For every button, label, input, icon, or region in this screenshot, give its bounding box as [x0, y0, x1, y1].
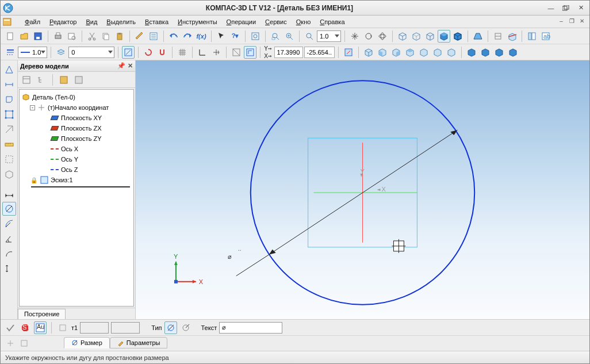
- menu-service[interactable]: Сервис: [260, 17, 292, 26]
- select-tool[interactable]: [2, 152, 16, 166]
- layers-button[interactable]: [55, 46, 67, 59]
- style-combo[interactable]: 1.0: [18, 47, 47, 58]
- zoom-combo[interactable]: 1.0: [317, 30, 341, 42]
- layer-combo[interactable]: 0: [68, 47, 114, 58]
- paste-button[interactable]: [113, 30, 126, 43]
- simplify-button[interactable]: [492, 30, 504, 43]
- tree-view2-button[interactable]: [35, 74, 48, 86]
- snap-toggle-button[interactable]: [156, 46, 168, 59]
- tree-origin[interactable]: - (т)Начало координат: [21, 102, 132, 113]
- coord-y-field[interactable]: -25.654..: [304, 47, 335, 58]
- fx-button[interactable]: f(x): [195, 30, 208, 43]
- orient-xyz-button[interactable]: [362, 46, 375, 59]
- view-nohidden-button[interactable]: [424, 30, 436, 43]
- dim-type-1-button[interactable]: [164, 321, 177, 334]
- т1-y-input[interactable]: [111, 322, 140, 334]
- orient-iso4-button[interactable]: [507, 46, 519, 59]
- tab-dimension[interactable]: Размер: [64, 337, 110, 348]
- diameter-dim-tool[interactable]: [2, 202, 16, 216]
- auto-create-button[interactable]: Auto: [34, 321, 47, 334]
- tree-root[interactable]: Деталь (Тел-0): [21, 92, 132, 102]
- help-button[interactable]: ?▾: [229, 30, 242, 43]
- orient-right-button[interactable]: [445, 46, 458, 59]
- menu-tools[interactable]: Инструменты: [173, 17, 222, 26]
- copy-button[interactable]: [99, 30, 112, 43]
- coord-x-field[interactable]: 17.3990: [274, 47, 303, 58]
- tree-refresh-button[interactable]: [72, 74, 85, 86]
- save-button[interactable]: [32, 30, 44, 43]
- tree-view1-button[interactable]: [20, 74, 33, 86]
- dimension-tool[interactable]: [2, 78, 16, 91]
- app-menu-icon[interactable]: [3, 17, 14, 26]
- ortho-mode-button[interactable]: [196, 46, 209, 59]
- view-hidden-button[interactable]: [410, 30, 423, 43]
- menu-operations[interactable]: Операции: [222, 17, 260, 26]
- zoom-window-button[interactable]: [269, 30, 282, 43]
- perspective-button[interactable]: [472, 30, 484, 43]
- zoom-in-button[interactable]: [283, 30, 296, 43]
- tab-parameters[interactable]: Параметры: [110, 337, 168, 348]
- menu-help[interactable]: Справка: [315, 17, 349, 26]
- point1-lock-button[interactable]: [56, 321, 69, 334]
- view-shaded-button[interactable]: [438, 30, 450, 43]
- brush-button[interactable]: [133, 30, 146, 43]
- orient-left-button[interactable]: [431, 46, 444, 59]
- orient-iso2-button[interactable]: [479, 46, 492, 59]
- preview-button[interactable]: [66, 30, 78, 43]
- panel-tab-build[interactable]: Построение: [18, 309, 66, 319]
- apply-button[interactable]: [4, 321, 17, 334]
- redo-button[interactable]: [181, 30, 194, 43]
- panel-close-button[interactable]: ✕: [128, 62, 133, 70]
- pointer-button[interactable]: [215, 30, 228, 43]
- grid-button[interactable]: [176, 46, 189, 59]
- orient-top-button[interactable]: [404, 46, 416, 59]
- close-button[interactable]: ✕: [574, 3, 587, 13]
- orient-front-button[interactable]: [376, 46, 389, 59]
- view-shaded-edges-button[interactable]: [451, 30, 464, 43]
- tree-toggle-button[interactable]: [526, 30, 538, 43]
- tree-save-button[interactable]: [58, 74, 70, 86]
- drawing-canvas[interactable]: X Y ⌀ .. X: [136, 60, 589, 319]
- menu-file[interactable]: Файл: [20, 17, 45, 26]
- spatial-tool[interactable]: [2, 167, 16, 181]
- snap-round-button[interactable]: [142, 46, 155, 59]
- minimize-button[interactable]: —: [545, 3, 557, 13]
- vars-button[interactable]: ab: [539, 30, 552, 43]
- mdi-minimize-button[interactable]: –: [557, 17, 565, 25]
- zoom-prev-button[interactable]: [303, 30, 316, 43]
- mdi-close-button[interactable]: ✕: [578, 17, 586, 25]
- open-button[interactable]: [18, 30, 30, 43]
- rotate-button[interactable]: [362, 30, 375, 43]
- orbit-button[interactable]: [376, 30, 389, 43]
- menu-insert[interactable]: Вставка: [140, 17, 173, 26]
- param-tool[interactable]: [2, 122, 16, 136]
- orient-bottom-button[interactable]: [417, 46, 430, 59]
- sketch-mode-button[interactable]: [122, 46, 135, 59]
- mdi-restore-button[interactable]: ❐: [568, 17, 576, 25]
- edit-tool[interactable]: [2, 108, 16, 121]
- pan-button[interactable]: [348, 30, 361, 43]
- tree-item-3[interactable]: Ось X: [21, 144, 132, 154]
- new-button[interactable]: [4, 30, 17, 43]
- notation-tool[interactable]: [2, 93, 16, 106]
- text-input[interactable]: [219, 322, 282, 334]
- tree-item-5[interactable]: Ось Z: [21, 164, 132, 175]
- height-dim-tool[interactable]: [2, 262, 16, 275]
- zoom-fit-button[interactable]: [249, 30, 262, 43]
- menu-select[interactable]: Выделить: [102, 17, 140, 26]
- panel-pin-button[interactable]: 📌: [117, 62, 125, 70]
- menu-view[interactable]: Вид: [81, 17, 102, 26]
- menu-window[interactable]: Окно: [292, 17, 316, 26]
- tree-sketch[interactable]: 🔒 Эскиз:1: [21, 175, 132, 185]
- orient-back-button[interactable]: [390, 46, 403, 59]
- linestyle-button[interactable]: [4, 46, 17, 59]
- model-tree[interactable]: Деталь (Тел-0) - (т)Начало координат Пло…: [19, 89, 134, 306]
- phantom-button[interactable]: [4, 337, 17, 350]
- angular-dim-tool[interactable]: [2, 232, 16, 246]
- orient-iso3-button[interactable]: [493, 46, 505, 59]
- radial-dim-tool[interactable]: [2, 217, 16, 231]
- tree-item-0[interactable]: Плоскость XY: [21, 113, 132, 123]
- print-button[interactable]: [52, 30, 64, 43]
- remember-button[interactable]: [18, 337, 30, 350]
- ortho-draw-button[interactable]: [230, 46, 243, 59]
